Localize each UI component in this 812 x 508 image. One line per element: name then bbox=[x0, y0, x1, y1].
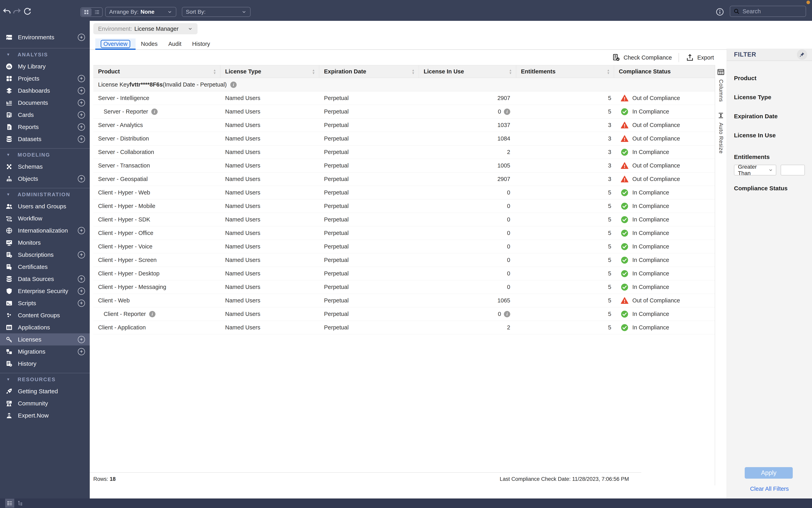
arrange-by-dropdown[interactable]: Arrange By: None bbox=[105, 7, 176, 17]
sidebar-item-community[interactable]: Community bbox=[0, 397, 90, 409]
info-icon[interactable]: i bbox=[149, 311, 156, 317]
license-key-group-row[interactable]: License Key fvttr****8F6s (Invalid Date … bbox=[93, 78, 715, 91]
sidebar-item-monitors[interactable]: Monitors bbox=[0, 237, 90, 249]
entitlements-value-input[interactable] bbox=[781, 165, 805, 175]
sidebar-item-datasets[interactable]: Datasets+ bbox=[0, 133, 90, 145]
sort-arrows-icon[interactable]: ▲▼ bbox=[312, 69, 315, 75]
add-icon[interactable]: + bbox=[78, 75, 85, 82]
add-icon[interactable]: + bbox=[78, 87, 85, 94]
filter-field-license-type[interactable]: License Type bbox=[734, 94, 805, 100]
table-row[interactable]: Server - IntelligenceNamed UsersPerpetua… bbox=[93, 91, 715, 105]
add-icon[interactable]: + bbox=[78, 99, 85, 107]
add-icon[interactable]: + bbox=[78, 175, 85, 182]
sidebar-item-users-and-groups[interactable]: Users and Groups bbox=[0, 200, 90, 212]
undo-icon[interactable] bbox=[2, 7, 11, 16]
sort-arrows-icon[interactable]: ▲▼ bbox=[213, 69, 216, 75]
add-icon[interactable]: + bbox=[78, 288, 85, 295]
info-icon[interactable]: i bbox=[230, 82, 237, 88]
add-icon[interactable]: + bbox=[78, 111, 85, 119]
sidebar-section-modeling[interactable]: ▼MODELING bbox=[0, 149, 90, 161]
columns-button[interactable]: Columns bbox=[715, 68, 727, 102]
auto-resize-button[interactable]: Auto Resize bbox=[715, 112, 727, 154]
add-icon[interactable]: + bbox=[78, 135, 85, 143]
add-icon[interactable]: + bbox=[78, 123, 85, 131]
table-row[interactable]: Client - Hyper - WebNamed UsersPerpetual… bbox=[93, 186, 715, 200]
filter-field-expiration-date[interactable]: Expiration Date bbox=[734, 113, 805, 120]
sidebar-item-expert-now[interactable]: Expert.Now bbox=[0, 409, 90, 421]
sidebar-item-scripts[interactable]: Scripts+ bbox=[0, 297, 90, 309]
sidebar-section-administration[interactable]: ▼ADMINISTRATION bbox=[0, 189, 90, 200]
info-icon[interactable]: i bbox=[504, 311, 510, 317]
refresh-icon[interactable] bbox=[23, 7, 32, 16]
table-row[interactable]: Client - ApplicationNamed UsersPerpetual… bbox=[93, 321, 715, 334]
sidebar-item-environments[interactable]: Environments+ bbox=[0, 30, 90, 45]
export-button[interactable]: Export bbox=[686, 53, 714, 62]
sidebar-item-enterprise-security[interactable]: Enterprise Security+ bbox=[0, 285, 90, 297]
sidebar-section-resources[interactable]: ▼RESOURCES bbox=[0, 374, 90, 385]
sidebar-item-content-groups[interactable]: Content Groups bbox=[0, 309, 90, 321]
check-compliance-button[interactable]: Check Compliance bbox=[612, 53, 672, 62]
add-icon[interactable]: + bbox=[78, 276, 85, 283]
tab-overview[interactable]: Overview bbox=[95, 39, 135, 49]
column-header-expiration-date[interactable]: Expiration Date▲▼ bbox=[319, 65, 419, 78]
sidebar-item-getting-started[interactable]: Getting Started bbox=[0, 385, 90, 397]
sidebar-item-objects[interactable]: Objects+ bbox=[0, 173, 90, 185]
table-row[interactable]: Client - Hyper - MessagingNamed UsersPer… bbox=[93, 281, 715, 294]
column-header-product[interactable]: Product▲▼ bbox=[93, 65, 220, 78]
tab-history[interactable]: History bbox=[187, 39, 215, 49]
sidebar-item-data-sources[interactable]: Data Sources+ bbox=[0, 273, 90, 285]
filter-field-product[interactable]: Product bbox=[734, 75, 805, 82]
sort-arrows-icon[interactable]: ▲▼ bbox=[509, 69, 512, 75]
table-row[interactable]: Client - Hyper - MobileNamed UsersPerpet… bbox=[93, 200, 715, 213]
table-row[interactable]: Server - ReporteriNamed UsersPerpetual0i… bbox=[93, 105, 715, 119]
table-row[interactable]: Client - Hyper - VoiceNamed UsersPerpetu… bbox=[93, 240, 715, 253]
sidebar-tree-view-button[interactable] bbox=[16, 499, 25, 508]
sidebar-item-applications[interactable]: Applications bbox=[0, 321, 90, 333]
clear-all-filters-link[interactable]: Clear All Filters bbox=[727, 485, 812, 492]
sidebar-list-view-button[interactable] bbox=[5, 499, 14, 508]
sidebar-item-certificates[interactable]: Certificates bbox=[0, 261, 90, 273]
sidebar-item-cards[interactable]: Cards+ bbox=[0, 109, 90, 121]
table-row[interactable]: Server - GeospatialNamed UsersPerpetual2… bbox=[93, 172, 715, 186]
environment-select[interactable]: Environment: License Manager bbox=[93, 23, 198, 34]
add-icon[interactable]: + bbox=[78, 300, 85, 307]
table-row[interactable]: Server - DistributionNamed UsersPerpetua… bbox=[93, 132, 715, 145]
add-icon[interactable]: + bbox=[78, 348, 85, 355]
table-row[interactable]: Server - AnalyticsNamed UsersPerpetual10… bbox=[93, 119, 715, 132]
search-input[interactable] bbox=[742, 8, 803, 15]
table-row[interactable]: Client - Hyper - ScreenNamed UsersPerpet… bbox=[93, 253, 715, 267]
sort-arrows-icon[interactable]: ▲▼ bbox=[412, 69, 415, 75]
sidebar-item-reports[interactable]: Reports+ bbox=[0, 121, 90, 133]
sidebar-item-dashboards[interactable]: Dashboards+ bbox=[0, 85, 90, 97]
table-row[interactable]: Server - TransactionNamed UsersPerpetual… bbox=[93, 159, 715, 172]
add-icon[interactable]: + bbox=[78, 251, 85, 258]
sidebar-item-subscriptions[interactable]: Subscriptions+ bbox=[0, 249, 90, 261]
sort-arrows-icon[interactable]: ▲▼ bbox=[607, 69, 610, 75]
sidebar-item-licenses[interactable]: Licenses+ bbox=[0, 333, 90, 345]
info-icon[interactable]: i bbox=[151, 109, 158, 115]
grid-view-button[interactable] bbox=[81, 8, 91, 16]
column-header-license-type[interactable]: License Type▲▼ bbox=[220, 65, 319, 78]
sidebar-item-documents[interactable]: Documents+ bbox=[0, 97, 90, 109]
pin-button[interactable] bbox=[797, 49, 807, 60]
info-icon[interactable]: i bbox=[504, 109, 510, 115]
column-header-license-in-use[interactable]: License In Use▲▼ bbox=[419, 65, 516, 78]
sort-by-dropdown[interactable]: Sort By: bbox=[182, 7, 250, 17]
sidebar-item-my-library[interactable]: My Library bbox=[0, 60, 90, 73]
info-icon[interactable] bbox=[716, 7, 724, 16]
sidebar-item-migrations[interactable]: Migrations+ bbox=[0, 345, 90, 357]
table-row[interactable]: Client - Hyper - OfficeNamed UsersPerpet… bbox=[93, 226, 715, 240]
apply-button[interactable]: Apply bbox=[745, 467, 793, 479]
entitlements-operator-select[interactable]: Greater Than bbox=[734, 165, 776, 175]
sidebar-item-workflow[interactable]: Workflow bbox=[0, 212, 90, 224]
tab-nodes[interactable]: Nodes bbox=[135, 39, 163, 49]
add-icon[interactable]: + bbox=[78, 227, 85, 234]
table-row[interactable]: Client - Hyper - SDKNamed UsersPerpetual… bbox=[93, 213, 715, 226]
list-view-button[interactable] bbox=[92, 8, 102, 16]
table-row[interactable]: Client - WebNamed UsersPerpetual10655Out… bbox=[93, 294, 715, 307]
filter-field-entitlements[interactable]: Entitlements bbox=[734, 154, 805, 160]
sidebar-item-schemas[interactable]: Schemas bbox=[0, 161, 90, 173]
table-row[interactable]: Client - ReporteriNamed UsersPerpetual0i… bbox=[93, 307, 715, 321]
table-row[interactable]: Client - Hyper - DesktopNamed UsersPerpe… bbox=[93, 267, 715, 281]
add-icon[interactable]: + bbox=[78, 336, 85, 343]
